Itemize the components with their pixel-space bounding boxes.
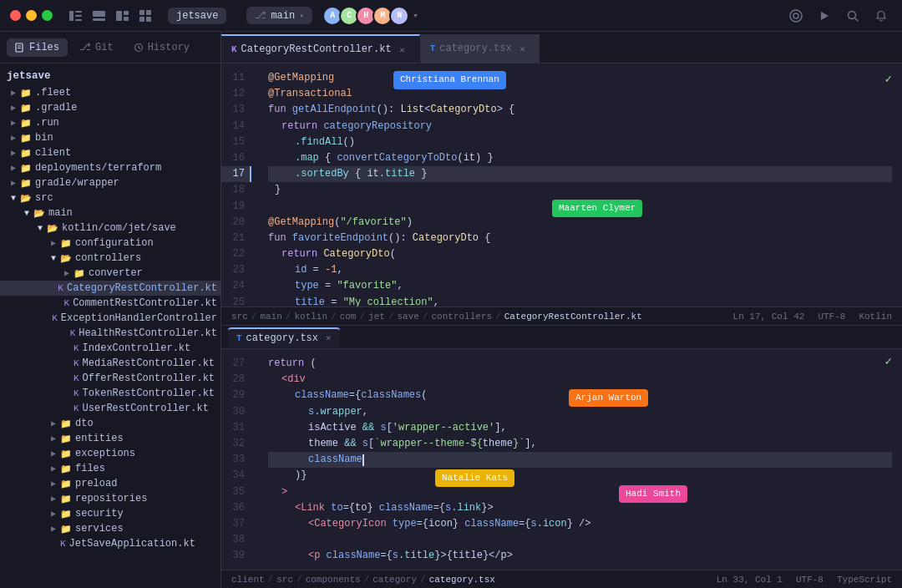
code-line: fun favoriteEndpoint(): CategoryDto { [268, 231, 892, 246]
tab-close-icon[interactable]: ✕ [326, 332, 332, 343]
cursor-position: Ln 17, Col 42 [733, 312, 805, 322]
code-line: @GetMapping("/favorite") Maarten Clymer [268, 215, 892, 231]
tree-item-client[interactable]: ▶ 📁 client [0, 145, 220, 160]
tree-item-token-controller[interactable]: K TokenRestController.kt [0, 386, 220, 401]
tab-category-tsx[interactable]: T category.tsx ✕ [420, 34, 540, 63]
tree-item-services[interactable]: ▶ 📁 services [0, 521, 220, 536]
grid-icon[interactable] [136, 7, 155, 25]
tree-item-exception-handler[interactable]: K ExceptionHandlerController [0, 311, 220, 326]
tree-label: .gradle [35, 102, 77, 114]
code-line: .findAll() [268, 134, 892, 150]
tree-label: CommentRestController.kt [73, 297, 217, 309]
sidebar-toggle-icon[interactable] [66, 7, 84, 25]
tab-close-icon[interactable]: ✕ [396, 43, 409, 56]
line-numbers-top: 1112131415 1617 1819202122 2324252627 [221, 63, 258, 307]
chevron-right-icon: ▶ [7, 178, 20, 188]
folder-icon: 📁 [60, 494, 72, 504]
code-area-bottom[interactable]: 2728293031 3233343536 373839 return ( <d… [221, 349, 902, 570]
tree-item-comment-controller[interactable]: K CommentRestController.kt [0, 296, 220, 311]
tab-git[interactable]: ⎇ Git [71, 38, 122, 57]
svg-rect-10 [146, 10, 151, 15]
history-tab-label: History [148, 42, 190, 53]
code-content-top[interactable]: @GetMapping @Transactional Christiana Br… [258, 63, 902, 307]
editor-area: K CategoryRestController.kt ✕ T category… [221, 32, 902, 588]
tree-item-run[interactable]: ▶ 📁 .run [0, 115, 220, 130]
tree-item-gradle-wrapper[interactable]: ▶ 📁 gradle/wrapper [0, 175, 220, 190]
tree-item-deployments[interactable]: ▶ 📁 deployments/terraform [0, 160, 220, 175]
code-area-top[interactable]: 1112131415 1617 1819202122 2324252627 @G… [221, 63, 902, 307]
avatar-n[interactable]: N [389, 6, 409, 26]
folder-icon: 📁 [60, 509, 72, 520]
tree-item-preload[interactable]: ▶ 📁 preload [0, 476, 220, 491]
tab-files[interactable]: Files [7, 38, 68, 57]
code-line: title = "My collection", [268, 295, 892, 307]
code-line: .sortedBy { it.title } [268, 166, 892, 182]
tab-category-tsx-bottom[interactable]: T category.tsx ✕ [228, 327, 340, 347]
play-icon[interactable] [813, 5, 835, 27]
chevron-right-icon: ▶ [47, 449, 60, 459]
tree-item-repositories[interactable]: ▶ 📁 repositories [0, 491, 220, 506]
panel-toggle-icon[interactable] [89, 7, 108, 25]
code-line: > Natalie Kats [268, 484, 892, 500]
tree-item-files[interactable]: ▶ 📁 files [0, 461, 220, 476]
code-content-bottom[interactable]: return ( <div className={classNames( s.w… [258, 349, 902, 570]
tree-item-src[interactable]: ▼ 📂 src [0, 190, 220, 205]
tree-item-dto[interactable]: ▶ 📁 dto [0, 416, 220, 431]
path-segment: com [340, 312, 357, 322]
tree-item-controllers[interactable]: ▼ 📂 controllers [0, 251, 220, 266]
tree-item-jetsave-app[interactable]: K JetSaveApplication.kt [0, 536, 220, 551]
tree-item-main[interactable]: ▼ 📂 main [0, 205, 220, 220]
speaker-icon[interactable] [785, 5, 807, 27]
chevron-right-icon: ▶ [60, 268, 73, 278]
kt-file-icon: K [73, 373, 79, 383]
search-icon[interactable] [842, 5, 864, 27]
cursor-position: Ln 33, Col 1 [717, 575, 783, 585]
checkmark-icon: ✓ [885, 73, 892, 86]
tree-label: controllers [75, 252, 141, 264]
kt-file-icon: K [58, 283, 63, 293]
tab-close-icon[interactable]: ✕ [516, 42, 530, 55]
close-button[interactable] [10, 10, 21, 21]
svg-rect-12 [146, 17, 151, 22]
status-bar-top: src / main / kotlin / com / jet / save /… [221, 307, 902, 325]
project-selector[interactable]: jetsave [168, 8, 226, 24]
chevron-right-icon: ▶ [47, 464, 60, 474]
code-line: <CategoryIcon type={icon} className={s.i… [268, 516, 892, 532]
tree-item-index-controller[interactable]: K IndexController.kt [0, 341, 220, 356]
path-segment: client [231, 575, 265, 585]
tab-history[interactable]: History [125, 38, 198, 57]
code-line: return ( [268, 356, 892, 372]
tree-item-entities[interactable]: ▶ 📁 entities [0, 431, 220, 446]
editor-pane-bottom: T category.tsx ✕ 2728293031 3233343536 3… [221, 326, 902, 588]
branch-selector[interactable]: ⎇ main ▾ [246, 7, 312, 24]
tree-label: services [75, 523, 124, 535]
folder-open-icon: 📂 [47, 223, 58, 234]
tree-item-security[interactable]: ▶ 📁 security [0, 506, 220, 521]
path-sep: / [268, 575, 274, 585]
tree-item-exceptions[interactable]: ▶ 📁 exceptions [0, 446, 220, 461]
tree-item-health-controller[interactable]: K HealthRestController.kt [0, 326, 220, 341]
tree-item-gradle[interactable]: ▶ 📁 .gradle [0, 100, 220, 115]
tree-item-fleet[interactable]: ▶ 📁 .fleet [0, 85, 220, 100]
editor-status-ok: ✓ [885, 352, 892, 371]
tab-category-controller[interactable]: K CategoryRestController.kt ✕ [221, 34, 420, 63]
tree-item-category-controller[interactable]: K CategoryRestController.kt [0, 281, 220, 296]
chevron-right-icon: ▶ [7, 133, 20, 143]
layout-toggle-icon[interactable] [113, 7, 131, 25]
svg-rect-6 [116, 11, 122, 21]
tree-item-bin[interactable]: ▶ 📁 bin [0, 130, 220, 145]
tab-label: category.tsx [246, 332, 318, 344]
tree-item-offer-controller[interactable]: K OfferRestController.kt [0, 371, 220, 386]
tree-root-label[interactable]: jetsave [0, 67, 220, 85]
tree-label: main [48, 207, 73, 219]
tree-item-kotlin-path[interactable]: ▼ 📂 kotlin/com/jet/save [0, 220, 220, 236]
path-segment: CategoryRestController.kt [504, 312, 642, 322]
tree-item-media-controller[interactable]: K MediaRestController.kt [0, 356, 220, 371]
tree-item-converter[interactable]: ▶ 📁 converter [0, 266, 220, 281]
svg-point-14 [793, 13, 798, 18]
fullscreen-button[interactable] [42, 10, 53, 21]
tree-item-user-controller[interactable]: K UserRestController.kt [0, 401, 220, 416]
tree-item-configuration[interactable]: ▶ 📁 configuration [0, 236, 220, 251]
minimize-button[interactable] [26, 10, 37, 21]
bell-icon[interactable] [870, 5, 892, 27]
